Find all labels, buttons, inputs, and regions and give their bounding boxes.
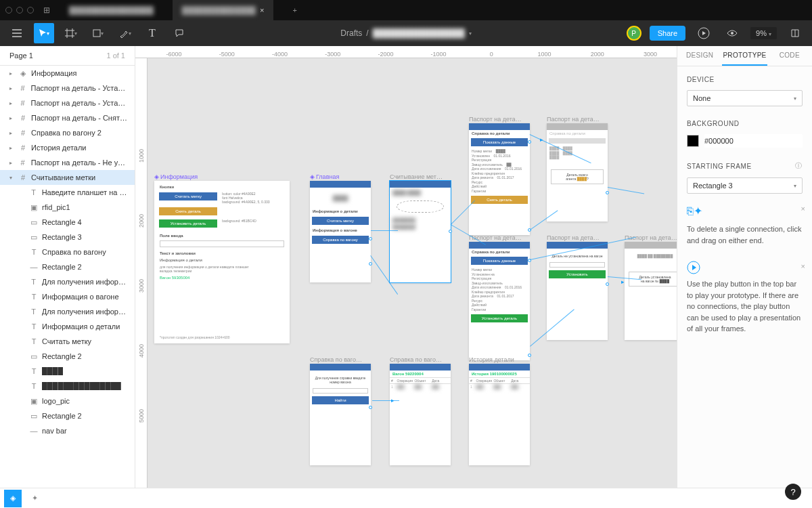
play-icon (687, 261, 700, 274)
rect-icon: ▭ (30, 352, 38, 360)
component-icon: ◈ (19, 69, 27, 77)
layer-item[interactable]: TДля получения информ… (0, 274, 135, 289)
layer-item[interactable]: ▣rfid_pic1 (0, 200, 135, 215)
rect-icon: ▭ (30, 412, 38, 420)
rect-icon: ▭ (30, 233, 38, 241)
hint-play: × Use the play button in the top bar to … (677, 255, 812, 344)
layer-item[interactable]: TИнформация о вагоне (0, 289, 135, 304)
frame-icon: # (19, 158, 27, 167)
text-icon: T (30, 382, 38, 390)
layers-icon[interactable]: ◈ (4, 490, 22, 507)
frame-passport-2[interactable]: Паспорт на дета… Справка по детали ████ … (547, 116, 608, 221)
help-button[interactable]: ? (785, 484, 801, 500)
background-swatch[interactable] (687, 135, 699, 147)
play-button[interactable] (694, 23, 714, 43)
layer-item[interactable]: ▸#Паспорт на деталь - Снятие (0, 110, 135, 125)
frame-help-2[interactable]: Справка по ваго… Вагон 59220004 #Операци… (390, 356, 451, 465)
tab-active[interactable]: ██████████████ × (173, 0, 274, 20)
layer-item[interactable]: —Rectangle 2 (0, 259, 135, 274)
layer-item[interactable]: ▭Rectangle 2 (0, 349, 135, 364)
breadcrumb[interactable]: Drafts / ████████████████ ▾ (340, 28, 471, 38)
frame-help-1[interactable]: Справка по ваго… Для получения справки в… (310, 356, 371, 465)
background-input[interactable]: #000000 (704, 134, 803, 148)
layer-item[interactable]: ▸#Паспорт на деталь - Устано… (0, 96, 135, 110)
view-icon[interactable] (722, 23, 742, 43)
avatar[interactable]: P (627, 26, 641, 41)
layer-item[interactable]: ▸◈Информация (0, 66, 135, 81)
apps-icon[interactable]: ⊞ (43, 5, 50, 15)
text-tool[interactable]: T (142, 23, 162, 43)
starting-frame-select[interactable]: Rectangle 3▾ (687, 177, 803, 194)
layer-item[interactable]: ▸#Паспорт на деталь - Устано… (0, 81, 135, 96)
frame-passport-4[interactable]: Паспорт на дета… Деталь не установлена н… (547, 234, 608, 340)
menu-icon[interactable] (7, 23, 27, 43)
layer-item[interactable]: T███████████████ (0, 379, 135, 394)
layer-item[interactable]: TНаведите планшет на м… (0, 185, 135, 200)
layer-item[interactable]: ▭Rectangle 3 (0, 230, 135, 245)
layer-item[interactable]: TСправка по вагону (0, 245, 135, 259)
tab-other[interactable]: ████████████████ (60, 0, 163, 20)
layers-panel: Page 11 of 1 ▸◈Информация▸#Паспорт на де… (0, 46, 135, 488)
text-icon: T (30, 278, 38, 286)
layer-item[interactable]: ▣logo_pic (0, 394, 135, 408)
comment-tool[interactable] (169, 23, 189, 43)
frame-icon: # (19, 99, 27, 107)
info-icon[interactable]: ⓘ (795, 161, 803, 171)
close-icon[interactable]: × (801, 203, 805, 215)
frame-history[interactable]: История детали История 190100000025 #Опе… (469, 356, 530, 465)
layer-item[interactable]: —nav bar (0, 423, 135, 438)
layer-item[interactable]: ▸#Паспорт на деталь - Не уст… (0, 155, 135, 170)
layer-item[interactable]: T████ (0, 364, 135, 379)
close-icon[interactable]: × (801, 261, 805, 272)
hint-connection: ⎘✦ × To delete a single connection, clic… (677, 198, 812, 255)
frame-passport-1[interactable]: Паспорт на дета… Справка по детали Показ… (469, 116, 530, 235)
line-icon: — (30, 427, 38, 435)
frame-passport-3[interactable]: Паспорт на дета… Справка по детали Показ… (469, 234, 530, 360)
layer-item[interactable]: ▸#История детали (0, 140, 135, 155)
device-label: DEVICE (687, 76, 803, 83)
layer-item[interactable]: TСчитать метку (0, 334, 135, 349)
canvas[interactable]: -6000-5000-4000-3000-2000-10000100020003… (135, 46, 677, 488)
pages-header[interactable]: Page 11 of 1 (0, 46, 135, 66)
frame-icon: # (19, 173, 27, 182)
layer-item[interactable]: TДля получения информ… (0, 304, 135, 319)
image-icon: ▣ (30, 203, 38, 211)
text-icon: T (30, 293, 38, 301)
text-icon: T (30, 322, 38, 331)
layer-item[interactable]: ▾#Считывание метки (0, 170, 135, 185)
background-label: BACKGROUND (687, 120, 803, 127)
text-icon: T (30, 308, 38, 316)
frame-icon: # (19, 144, 27, 152)
ruler-vertical: 10002000300040005000 (135, 58, 148, 488)
text-icon: T (30, 337, 38, 345)
frame-tool[interactable]: ▾ (61, 23, 81, 43)
layer-item[interactable]: ▭Rectangle 2 (0, 408, 135, 423)
tab-design[interactable]: DESIGN (677, 46, 722, 66)
frame-info[interactable]: ◈Информация Кнопки Считать меткуbutton: … (154, 173, 290, 343)
tab-prototype[interactable]: PROTOTYPE (722, 46, 767, 66)
library-icon[interactable] (785, 23, 805, 43)
tab-code[interactable]: CODE (767, 46, 812, 66)
frame-passport-5[interactable]: Паспорт на дета… ████ ██ ████████ Деталь… (625, 234, 677, 340)
pen-tool[interactable]: ▾ (115, 23, 135, 43)
components-icon[interactable]: ✦ (26, 490, 43, 507)
shape-tool[interactable]: ▾ (88, 23, 108, 43)
zoom-level[interactable]: 9% ▾ (750, 27, 777, 39)
rect-icon: ▭ (30, 218, 38, 226)
toolbar: ▾ ▾ ▾ ▾ T Drafts / ████████████████ ▾ P … (0, 20, 812, 46)
close-icon[interactable]: × (260, 6, 264, 14)
share-button[interactable]: Share (650, 26, 685, 41)
cursor-tool[interactable]: ▾ (34, 23, 54, 43)
frame-icon: # (19, 129, 27, 137)
device-select[interactable]: None▾ (687, 90, 803, 106)
starting-frame-label: STARTING FRAMEⓘ (687, 161, 803, 171)
frame-main[interactable]: ◈Главная ████ Информация о детали Считат… (310, 173, 371, 282)
image-icon: ▣ (30, 397, 38, 405)
svg-rect-0 (93, 30, 100, 37)
os-tabbar: ⊞ ████████████████ ██████████████ × + (0, 0, 812, 20)
layer-item[interactable]: TИнформация о детали (0, 319, 135, 334)
frame-scan[interactable]: Считывание мет… ████ ████ ████████ █████… (390, 173, 451, 282)
new-tab-button[interactable]: + (283, 0, 306, 20)
layer-item[interactable]: ▭Rectangle 4 (0, 215, 135, 230)
layer-item[interactable]: ▸#Справка по вагону 2 (0, 125, 135, 140)
